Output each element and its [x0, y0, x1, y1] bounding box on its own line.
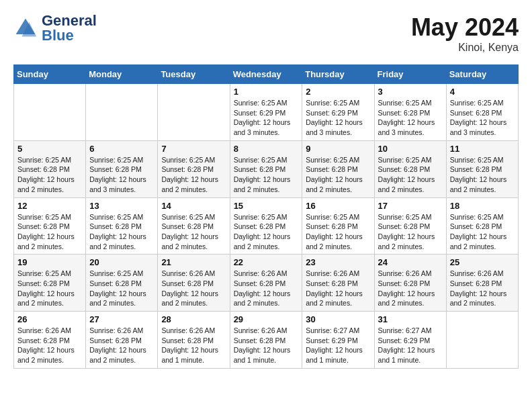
- calendar-cell: 21Sunrise: 6:26 AM Sunset: 6:28 PM Dayli…: [158, 255, 230, 312]
- day-number: 5: [17, 144, 82, 154]
- calendar-cell: 8Sunrise: 6:25 AM Sunset: 6:28 PM Daylig…: [230, 140, 302, 197]
- day-number: 7: [161, 144, 226, 154]
- month-year-title: May 2024: [411, 13, 519, 42]
- day-info: Sunrise: 6:25 AM Sunset: 6:28 PM Dayligh…: [17, 269, 82, 308]
- day-number: 29: [234, 314, 299, 324]
- calendar-week-4: 19Sunrise: 6:25 AM Sunset: 6:28 PM Dayli…: [14, 255, 519, 312]
- day-number: 16: [306, 201, 370, 211]
- weekday-header-tuesday: Tuesday: [158, 65, 230, 84]
- calendar-cell: 22Sunrise: 6:26 AM Sunset: 6:28 PM Dayli…: [230, 255, 302, 312]
- calendar-cell: 17Sunrise: 6:25 AM Sunset: 6:28 PM Dayli…: [374, 197, 446, 255]
- day-number: 19: [17, 257, 82, 267]
- calendar-cell: 28Sunrise: 6:26 AM Sunset: 6:28 PM Dayli…: [158, 312, 230, 369]
- day-number: 10: [378, 144, 443, 154]
- day-number: 9: [306, 144, 370, 154]
- calendar-cell: 27Sunrise: 6:26 AM Sunset: 6:28 PM Dayli…: [86, 312, 158, 369]
- logo-blue: Blue: [42, 27, 74, 44]
- location-label: Kinoi, Kenya: [411, 42, 519, 54]
- day-number: 28: [161, 314, 226, 324]
- day-info: Sunrise: 6:25 AM Sunset: 6:28 PM Dayligh…: [234, 212, 299, 252]
- day-number: 6: [89, 144, 154, 154]
- day-number: 8: [234, 144, 299, 154]
- day-number: 22: [234, 257, 299, 267]
- day-info: Sunrise: 6:26 AM Sunset: 6:28 PM Dayligh…: [234, 269, 299, 308]
- calendar-cell: [446, 312, 518, 369]
- day-info: Sunrise: 6:25 AM Sunset: 6:28 PM Dayligh…: [306, 212, 370, 252]
- calendar-cell: 7Sunrise: 6:25 AM Sunset: 6:28 PM Daylig…: [158, 140, 230, 197]
- day-info: Sunrise: 6:26 AM Sunset: 6:28 PM Dayligh…: [161, 269, 226, 308]
- day-number: 2: [306, 87, 370, 97]
- day-info: Sunrise: 6:25 AM Sunset: 6:29 PM Dayligh…: [234, 98, 299, 138]
- weekday-header-thursday: Thursday: [302, 65, 374, 84]
- weekday-header-row: SundayMondayTuesdayWednesdayThursdayFrid…: [14, 65, 519, 84]
- calendar-cell: 24Sunrise: 6:26 AM Sunset: 6:28 PM Dayli…: [374, 255, 446, 312]
- calendar-cell: [86, 84, 158, 141]
- day-number: 21: [161, 257, 226, 267]
- day-info: Sunrise: 6:25 AM Sunset: 6:28 PM Dayligh…: [161, 212, 226, 252]
- calendar-cell: 5Sunrise: 6:25 AM Sunset: 6:28 PM Daylig…: [14, 140, 86, 197]
- day-info: Sunrise: 6:26 AM Sunset: 6:28 PM Dayligh…: [89, 326, 154, 365]
- calendar-cell: 15Sunrise: 6:25 AM Sunset: 6:28 PM Dayli…: [230, 197, 302, 255]
- weekday-header-monday: Monday: [86, 65, 158, 84]
- calendar-cell: 18Sunrise: 6:25 AM Sunset: 6:28 PM Dayli…: [446, 197, 518, 255]
- calendar-cell: 16Sunrise: 6:25 AM Sunset: 6:28 PM Dayli…: [302, 197, 374, 255]
- day-info: Sunrise: 6:25 AM Sunset: 6:28 PM Dayligh…: [450, 155, 515, 195]
- title-area: May 2024 Kinoi, Kenya: [411, 13, 519, 54]
- logo-text: General Blue: [42, 13, 97, 43]
- day-number: 12: [17, 201, 82, 211]
- weekday-header-wednesday: Wednesday: [230, 65, 302, 84]
- day-info: Sunrise: 6:26 AM Sunset: 6:28 PM Dayligh…: [17, 326, 82, 365]
- day-info: Sunrise: 6:25 AM Sunset: 6:28 PM Dayligh…: [378, 212, 443, 252]
- calendar-cell: 26Sunrise: 6:26 AM Sunset: 6:28 PM Dayli…: [14, 312, 86, 369]
- day-info: Sunrise: 6:27 AM Sunset: 6:29 PM Dayligh…: [378, 326, 443, 365]
- day-number: 13: [89, 201, 154, 211]
- calendar-cell: 20Sunrise: 6:25 AM Sunset: 6:28 PM Dayli…: [86, 255, 158, 312]
- calendar-cell: 9Sunrise: 6:25 AM Sunset: 6:28 PM Daylig…: [302, 140, 374, 197]
- calendar-cell: 6Sunrise: 6:25 AM Sunset: 6:28 PM Daylig…: [86, 140, 158, 197]
- calendar-week-5: 26Sunrise: 6:26 AM Sunset: 6:28 PM Dayli…: [14, 312, 519, 369]
- calendar-week-2: 5Sunrise: 6:25 AM Sunset: 6:28 PM Daylig…: [14, 140, 519, 197]
- calendar-week-1: 1Sunrise: 6:25 AM Sunset: 6:29 PM Daylig…: [14, 84, 519, 141]
- day-number: 23: [306, 257, 370, 267]
- calendar-cell: 3Sunrise: 6:25 AM Sunset: 6:28 PM Daylig…: [374, 84, 446, 141]
- day-info: Sunrise: 6:25 AM Sunset: 6:29 PM Dayligh…: [306, 98, 370, 138]
- day-info: Sunrise: 6:25 AM Sunset: 6:28 PM Dayligh…: [450, 98, 515, 138]
- calendar-cell: 10Sunrise: 6:25 AM Sunset: 6:28 PM Dayli…: [374, 140, 446, 197]
- calendar-cell: 2Sunrise: 6:25 AM Sunset: 6:29 PM Daylig…: [302, 84, 374, 141]
- weekday-header-sunday: Sunday: [14, 65, 86, 84]
- day-number: 26: [17, 314, 82, 324]
- calendar-cell: 14Sunrise: 6:25 AM Sunset: 6:28 PM Dayli…: [158, 197, 230, 255]
- day-info: Sunrise: 6:26 AM Sunset: 6:28 PM Dayligh…: [161, 326, 226, 365]
- day-info: Sunrise: 6:25 AM Sunset: 6:28 PM Dayligh…: [17, 155, 82, 195]
- day-number: 27: [89, 314, 154, 324]
- day-info: Sunrise: 6:25 AM Sunset: 6:28 PM Dayligh…: [161, 155, 226, 195]
- day-info: Sunrise: 6:25 AM Sunset: 6:28 PM Dayligh…: [378, 155, 443, 195]
- logo: General Blue: [13, 13, 97, 43]
- calendar-cell: 31Sunrise: 6:27 AM Sunset: 6:29 PM Dayli…: [374, 312, 446, 369]
- day-number: 11: [450, 144, 515, 154]
- calendar-cell: 12Sunrise: 6:25 AM Sunset: 6:28 PM Dayli…: [14, 197, 86, 255]
- weekday-header-saturday: Saturday: [446, 65, 518, 84]
- day-info: Sunrise: 6:26 AM Sunset: 6:28 PM Dayligh…: [378, 269, 443, 308]
- day-number: 14: [161, 201, 226, 211]
- day-number: 18: [450, 201, 515, 211]
- day-info: Sunrise: 6:25 AM Sunset: 6:28 PM Dayligh…: [89, 155, 154, 195]
- day-number: 3: [378, 87, 443, 97]
- day-number: 4: [450, 87, 515, 97]
- day-info: Sunrise: 6:25 AM Sunset: 6:28 PM Dayligh…: [234, 155, 299, 195]
- day-info: Sunrise: 6:26 AM Sunset: 6:28 PM Dayligh…: [234, 326, 299, 365]
- day-info: Sunrise: 6:25 AM Sunset: 6:28 PM Dayligh…: [89, 269, 154, 308]
- day-info: Sunrise: 6:25 AM Sunset: 6:28 PM Dayligh…: [17, 212, 82, 252]
- calendar-cell: 4Sunrise: 6:25 AM Sunset: 6:28 PM Daylig…: [446, 84, 518, 141]
- day-info: Sunrise: 6:26 AM Sunset: 6:28 PM Dayligh…: [450, 269, 515, 308]
- day-number: 31: [378, 314, 443, 324]
- logo-icon: [13, 16, 38, 40]
- calendar-cell: 25Sunrise: 6:26 AM Sunset: 6:28 PM Dayli…: [446, 255, 518, 312]
- day-info: Sunrise: 6:25 AM Sunset: 6:28 PM Dayligh…: [306, 155, 370, 195]
- logo-text-display: General Blue: [42, 13, 97, 43]
- day-number: 17: [378, 201, 443, 211]
- calendar-cell: 13Sunrise: 6:25 AM Sunset: 6:28 PM Dayli…: [86, 197, 158, 255]
- page-header: General Blue May 2024 Kinoi, Kenya: [13, 13, 519, 54]
- day-info: Sunrise: 6:25 AM Sunset: 6:28 PM Dayligh…: [378, 98, 443, 138]
- calendar-cell: [14, 84, 86, 141]
